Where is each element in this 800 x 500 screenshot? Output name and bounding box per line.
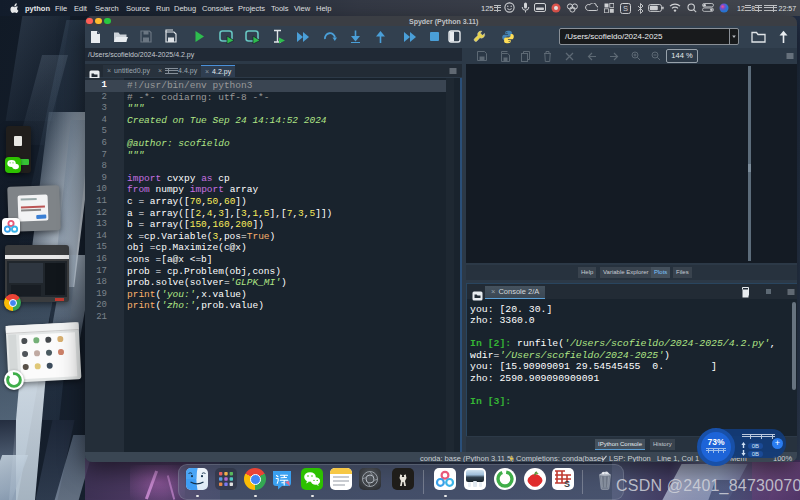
svg-text:S: S [564, 479, 570, 489]
svg-text:S: S [623, 4, 628, 13]
